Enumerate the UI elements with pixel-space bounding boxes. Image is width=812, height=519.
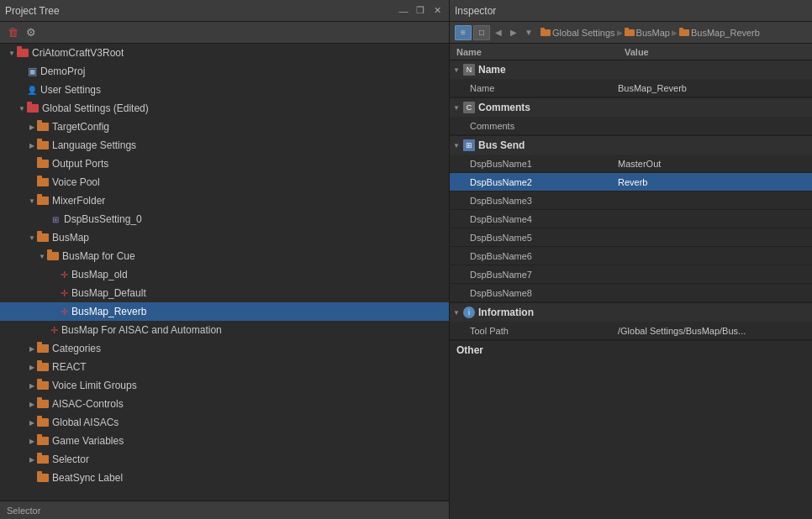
tree-item-voicelimitgroups[interactable]: ▶ Voice Limit Groups <box>0 376 449 395</box>
arrow-globalsettings: ▼ <box>17 105 27 113</box>
folder-icon-mixerfolder <box>37 197 49 205</box>
breadcrumb-label-2: BusMap_Reverb <box>691 28 760 38</box>
breadcrumb-item-0[interactable]: Global Settings <box>540 28 615 38</box>
tree-item-targetconfig[interactable]: ▶ TargetConfig <box>0 118 449 136</box>
tree-label-root: CriAtomCraftV3Root <box>32 47 124 59</box>
tree-item-gamevariables[interactable]: ▶ Game Variables <box>0 432 449 450</box>
name-section-header[interactable]: ▼ N Name <box>450 60 812 79</box>
tree-item-demoproj[interactable]: ▣ DemoProj <box>0 62 449 81</box>
information-section-arrow: ▼ <box>453 309 463 317</box>
arrow-busmap: ▼ <box>27 234 37 242</box>
tree-item-usersettings[interactable]: 👤 User Settings <box>0 81 449 99</box>
tree-label-beatsynclabel: BeatSync Label <box>52 472 123 484</box>
insp-row-dspbusname7[interactable]: DspBusName7 <box>450 265 812 284</box>
tree-item-busmapforcue[interactable]: ▼ BusMap for Cue <box>0 247 449 265</box>
cross-icon-busmapaisac: ✛ <box>50 325 58 336</box>
tree-label-busmap: BusMap <box>52 232 89 244</box>
tree-toolbar: 🗑 ⚙ <box>0 22 449 44</box>
breadcrumb-item-1[interactable]: BusMap <box>625 28 670 38</box>
right-panel: Inspector ≡ □ ◀ ▶ ▼ Global Settings ▶ Bu… <box>450 0 812 519</box>
bussend-section-arrow: ▼ <box>453 142 463 149</box>
insp-row-dspbusname2[interactable]: DspBusName2 Reverb <box>450 173 812 191</box>
arrow-gamevariables: ▶ <box>27 438 37 445</box>
user-icon-usersettings: 👤 <box>27 85 37 95</box>
tree-label-categories: Categories <box>52 343 101 354</box>
delete-icon[interactable]: 🗑 <box>5 25 20 40</box>
folder-icon-voicepool <box>37 178 49 186</box>
insp-field-dspbusname3-label: DspBusName3 <box>456 196 618 206</box>
insp-row-dspbusname5[interactable]: DspBusName5 <box>450 228 812 247</box>
folder-icon-react <box>37 363 49 371</box>
arrow-root: ▼ <box>7 50 17 57</box>
insp-row-dspbusname6[interactable]: DspBusName6 <box>450 247 812 265</box>
breadcrumb: Global Settings ▶ BusMap ▶ BusMap_Reverb <box>540 28 760 38</box>
list-view-button[interactable]: ≡ <box>455 25 472 40</box>
tree-item-busmapold[interactable]: ✛ BusMap_old <box>0 265 449 284</box>
insp-field-toolpath-label: Tool Path <box>456 326 618 336</box>
breadcrumb-item-2[interactable]: BusMap_Reverb <box>679 28 760 38</box>
col-header-name: Name <box>456 47 625 57</box>
folder-icon-outputports <box>37 160 49 168</box>
tree-item-voicepool[interactable]: Voice Pool <box>0 173 449 191</box>
minimize-icon[interactable]: — <box>397 4 410 18</box>
nav-back-button[interactable]: ◀ <box>492 26 505 39</box>
comments-section-header[interactable]: ▼ C Comments <box>450 98 812 117</box>
cross-icon-busmapdefault: ✛ <box>61 288 68 299</box>
tree-item-busmapreverb[interactable]: ✛ BusMap_Reverb <box>0 302 449 321</box>
arrow-globalaisacs: ▶ <box>27 419 37 427</box>
breadcrumb-label-1: BusMap <box>636 28 670 38</box>
arrow-mixerfolder: ▼ <box>27 197 37 205</box>
tree-label-voicepool: Voice Pool <box>52 176 100 188</box>
tree-label-busmapforcue: BusMap for Cue <box>62 250 135 262</box>
insp-row-toolpath[interactable]: Tool Path /Global Settings/BusMap/Bus... <box>450 322 812 340</box>
close-icon[interactable]: ✕ <box>430 4 444 18</box>
tree-item-languagesettings[interactable]: ▶ Language Settings <box>0 136 449 155</box>
tree-item-globalaisacs[interactable]: ▶ Global AISACs <box>0 413 449 432</box>
folder-icon-root <box>17 49 29 57</box>
tree-item-beatsynclabel[interactable]: BeatSync Label <box>0 469 449 487</box>
insp-row-dspbusname8[interactable]: DspBusName8 <box>450 284 812 302</box>
tree-item-busmap[interactable]: ▼ BusMap <box>0 228 449 247</box>
nav-forward-button[interactable]: ▶ <box>507 26 520 39</box>
folder-icon-targetconfig <box>37 123 49 131</box>
settings-icon[interactable]: ⚙ <box>24 25 39 40</box>
breadcrumb-label-0: Global Settings <box>552 28 615 38</box>
comments-section-label: Comments <box>478 102 530 113</box>
tree-item-dspbussetting[interactable]: ⊞ DspBusSetting_0 <box>0 210 449 228</box>
tree-label-busmapaisac: BusMap For AISAC and Automation <box>61 324 222 336</box>
tree-label-targetconfig: TargetConfig <box>52 121 109 133</box>
information-section-header[interactable]: ▼ i Information <box>450 303 812 322</box>
tree-item-selector[interactable]: ▶ Selector <box>0 450 449 469</box>
folder-icon-voicelimitgroups <box>37 381 49 390</box>
tree-label-globalsettings: Global Settings (Edited) <box>42 102 149 114</box>
insp-row-dspbusname1[interactable]: DspBusName1 MasterOut <box>450 155 812 173</box>
tree-item-root[interactable]: ▼ CriAtomCraftV3Root <box>0 44 449 62</box>
bussend-section-header[interactable]: ▼ ⊞ Bus Send <box>450 136 812 155</box>
name-section-arrow: ▼ <box>453 66 463 74</box>
insp-row-dspbusname3[interactable]: DspBusName3 <box>450 191 812 210</box>
tree-item-globalsettings[interactable]: ▼ Global Settings (Edited) <box>0 99 449 118</box>
panel-header: Project Tree — ❐ ✕ <box>0 0 449 22</box>
insp-field-dspbusname6-label: DspBusName6 <box>456 251 618 261</box>
tree-item-categories[interactable]: ▶ Categories <box>0 339 449 358</box>
tree-item-aisaccontrols[interactable]: ▶ AISAC-Controls <box>0 395 449 413</box>
inspector-toolbar: ≡ □ ◀ ▶ ▼ Global Settings ▶ BusMap ▶ Bus… <box>450 22 812 44</box>
insp-row-dspbusname4[interactable]: DspBusName4 <box>450 210 812 228</box>
tree-item-mixerfolder[interactable]: ▼ MixerFolder <box>0 191 449 210</box>
arrow-voicelimitgroups: ▶ <box>27 382 37 390</box>
grid-view-button[interactable]: □ <box>473 25 490 40</box>
cross-icon-busmapold: ✛ <box>61 270 68 280</box>
tree-label-languagesettings: Language Settings <box>52 139 136 151</box>
tree-item-busmapdefault[interactable]: ✛ BusMap_Default <box>0 284 449 302</box>
tree-label-globalaisacs: Global AISACs <box>52 417 119 428</box>
insp-row-name[interactable]: Name BusMap_Reverb <box>450 79 812 97</box>
nav-down-button[interactable]: ▼ <box>522 26 535 39</box>
project-tree[interactable]: ▼ CriAtomCraftV3Root ▣ DemoProj 👤 User S… <box>0 44 449 501</box>
tree-item-outputports[interactable]: Output Ports <box>0 155 449 173</box>
restore-icon[interactable]: ❐ <box>414 4 427 18</box>
tree-item-react[interactable]: ▶ REACT <box>0 358 449 376</box>
information-section-label: Information <box>478 307 534 318</box>
tree-item-busmapaisac[interactable]: ✛ BusMap For AISAC and Automation <box>0 321 449 339</box>
insp-row-comments[interactable]: Comments <box>450 117 812 135</box>
other-label: Other <box>456 344 483 356</box>
